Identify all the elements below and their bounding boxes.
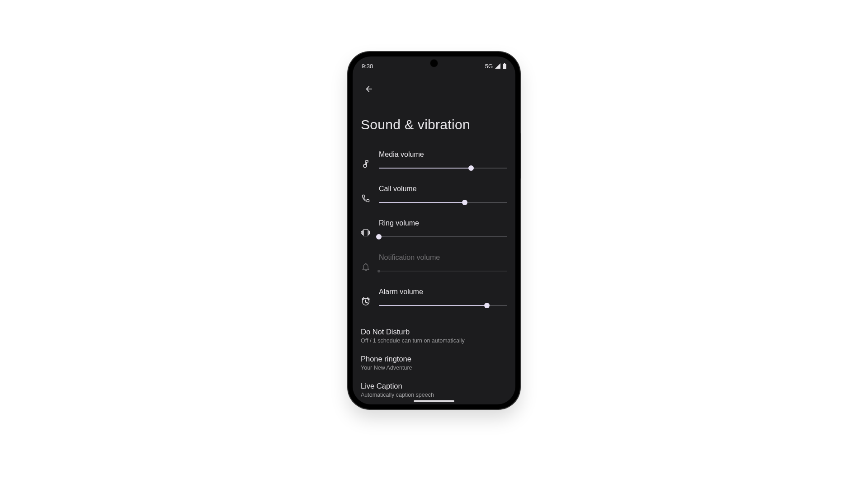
setting-dnd[interactable]: Do Not DisturbOff / 1 schedule can turn … (361, 322, 507, 349)
slider-alarm[interactable] (379, 305, 507, 306)
slider-thumb (468, 165, 474, 171)
slider-row-media: Media volume (361, 150, 507, 169)
arrow-left-icon (364, 84, 373, 94)
battery-icon (503, 63, 506, 69)
slider-ring[interactable] (379, 236, 507, 237)
camera-notch (430, 59, 438, 67)
slider-body: Media volume (379, 150, 507, 169)
setting-title: Live Caption (361, 382, 507, 390)
page-title: Sound & vibration (361, 117, 507, 132)
slider-row-notification: Notification volume (361, 253, 507, 272)
slider-call[interactable] (379, 202, 507, 203)
nav-handle[interactable] (414, 400, 454, 402)
bell-icon (361, 253, 371, 272)
slider-fill (379, 305, 487, 306)
app-bar (353, 75, 515, 103)
status-time: 9:30 (362, 63, 373, 70)
settings-container: Do Not DisturbOff / 1 schedule can turn … (361, 322, 507, 404)
music-note-icon (361, 150, 371, 169)
slider-row-alarm: Alarm volume (361, 288, 507, 306)
slider-label-ring: Ring volume (379, 219, 507, 227)
sliders-container: Media volume Call volume Ring volume (361, 150, 507, 306)
setting-subtitle: Off / 1 schedule can turn on automatical… (361, 338, 507, 344)
slider-media[interactable] (379, 168, 507, 169)
slider-label-notification: Notification volume (379, 253, 507, 262)
setting-livecaption[interactable]: Live CaptionAutomatically caption speech (361, 376, 507, 404)
phone-frame: 9:30 5G Sound & vibration (348, 52, 520, 409)
setting-subtitle: Automatically caption speech (361, 392, 507, 398)
slider-label-call: Call volume (379, 185, 507, 193)
screen: 9:30 5G Sound & vibration (353, 56, 515, 404)
slider-body: Ring volume (379, 219, 507, 237)
slider-thumb (377, 270, 380, 272)
back-button[interactable] (359, 79, 379, 99)
slider-label-media: Media volume (379, 150, 507, 159)
slider-thumb (484, 303, 490, 308)
slider-thumb (376, 234, 382, 239)
setting-spatial[interactable]: Spatial audio (361, 404, 507, 404)
slider-label-alarm: Alarm volume (379, 288, 507, 296)
slider-body: Notification volume (379, 253, 507, 272)
setting-ringtone[interactable]: Phone ringtoneYour New Adventure (361, 349, 507, 376)
vibrate-icon (361, 219, 371, 237)
slider-row-ring: Ring volume (361, 219, 507, 237)
slider-body: Call volume (379, 185, 507, 203)
slider-body: Alarm volume (379, 288, 507, 306)
svg-rect-0 (503, 64, 506, 69)
slider-fill (379, 202, 465, 203)
setting-title: Do Not Disturb (361, 328, 507, 336)
svg-rect-1 (504, 63, 505, 64)
slider-row-call: Call volume (361, 185, 507, 203)
signal-icon (495, 63, 501, 69)
content: Sound & vibration Media volume Call volu… (353, 117, 515, 404)
phone-icon (361, 185, 371, 203)
setting-subtitle: Your New Adventure (361, 365, 507, 371)
alarm-icon (361, 288, 371, 306)
status-right: 5G (485, 63, 506, 70)
slider-notification (379, 271, 507, 272)
slider-fill (379, 168, 471, 169)
slider-thumb (462, 200, 467, 205)
setting-title: Phone ringtone (361, 355, 507, 363)
network-label: 5G (485, 63, 493, 70)
